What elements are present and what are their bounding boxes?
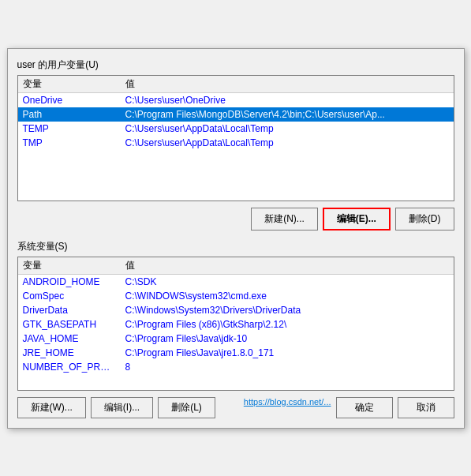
- user-vars-label: user 的用户变量(U): [17, 59, 99, 70]
- var-name-cell: GTK_BASEPATH: [18, 317, 121, 332]
- table-row[interactable]: TEMP C:\Users\user\AppData\Local\Temp: [18, 122, 454, 136]
- var-name-cell: OneDrive: [18, 92, 121, 107]
- var-value-cell: C:\WINDOWS\system32\cmd.exe: [121, 289, 454, 303]
- confirm-buttons-row: https://blog.csdn.net/... 确定 取消: [244, 397, 454, 418]
- ok-button[interactable]: 确定: [336, 397, 393, 418]
- table-row[interactable]: OneDrive C:\Users\user\OneDrive: [18, 92, 454, 107]
- user-delete-button[interactable]: 删除(D): [395, 208, 454, 231]
- table-row[interactable]: Path C:\Program Files\MongoDB\Server\4.2…: [18, 107, 454, 122]
- bottom-row: 新建(W)... 编辑(I)... 删除(L) https://blog.csd…: [17, 397, 454, 418]
- var-value-cell: C:\Program Files\MongoDB\Server\4.2\bin;…: [121, 107, 454, 122]
- var-value-cell: C:\Users\user\AppData\Local\Temp: [121, 122, 454, 136]
- watermark-text: https://blog.csdn.net/...: [244, 397, 331, 418]
- table-row[interactable]: JRE_HOME C:\Program Files\Java\jre1.8.0_…: [18, 346, 454, 360]
- table-row[interactable]: ANDROID_HOME C:\SDK: [18, 274, 454, 289]
- system-delete-button[interactable]: 删除(L): [158, 397, 215, 418]
- system-edit-button[interactable]: 编辑(I)...: [91, 397, 153, 418]
- table-row[interactable]: ComSpec C:\WINDOWS\system32\cmd.exe: [18, 289, 454, 303]
- system-new-button[interactable]: 新建(W)...: [17, 397, 86, 418]
- system-buttons-row: 新建(W)... 编辑(I)... 删除(L): [17, 397, 215, 418]
- system-col-name-header: 变量: [18, 257, 121, 275]
- system-vars-title: 系统变量(S): [17, 240, 454, 253]
- user-vars-table: 变量 值 OneDrive C:\Users\user\OneDrive Pat…: [18, 76, 454, 150]
- var-value-cell: C:\Users\user\OneDrive: [121, 92, 454, 107]
- user-new-button[interactable]: 新建(N)...: [251, 208, 318, 231]
- system-vars-table-container[interactable]: 变量 值 ANDROID_HOME C:\SDK ComSpec C:\WIND…: [17, 257, 454, 391]
- system-col-value-header: 值: [121, 257, 454, 275]
- table-row[interactable]: TMP C:\Users\user\AppData\Local\Temp: [18, 136, 454, 150]
- environment-variables-dialog: user 的用户变量(U) 变量 值 OneDrive C:\Users\use…: [7, 48, 465, 429]
- var-value-cell: C:\Program Files (x86)\GtkSharp\2.12\: [121, 317, 454, 332]
- user-buttons-row: 新建(N)... 编辑(E)... 删除(D): [17, 208, 454, 231]
- var-value-cell: 8: [121, 360, 454, 374]
- var-name-cell: TEMP: [18, 122, 121, 136]
- table-row[interactable]: JAVA_HOME C:\Program Files\Java\jdk-10: [18, 332, 454, 346]
- var-name-cell: ComSpec: [18, 289, 121, 303]
- user-vars-title: user 的用户变量(U): [17, 58, 454, 72]
- table-row[interactable]: GTK_BASEPATH C:\Program Files (x86)\GtkS…: [18, 317, 454, 332]
- user-vars-table-container[interactable]: 变量 值 OneDrive C:\Users\user\OneDrive Pat…: [17, 75, 454, 201]
- var-name-cell: NUMBER_OF_PROCESSORS: [18, 360, 121, 374]
- var-name-cell: ANDROID_HOME: [18, 274, 121, 289]
- var-value-cell: C:\Users\user\AppData\Local\Temp: [121, 136, 454, 150]
- var-name-cell: DriverData: [18, 303, 121, 317]
- table-row[interactable]: DriverData C:\Windows\System32\Drivers\D…: [18, 303, 454, 317]
- system-vars-table: 变量 值 ANDROID_HOME C:\SDK ComSpec C:\WIND…: [18, 257, 454, 374]
- var-value-cell: C:\Windows\System32\Drivers\DriverData: [121, 303, 454, 317]
- var-name-cell: Path: [18, 107, 121, 122]
- var-name-cell: TMP: [18, 136, 121, 150]
- system-vars-label: 系统变量(S): [17, 241, 68, 252]
- user-col-value-header: 值: [121, 76, 454, 93]
- var-name-cell: JAVA_HOME: [18, 332, 121, 346]
- var-value-cell: C:\Program Files\Java\jre1.8.0_171: [121, 346, 454, 360]
- user-edit-button[interactable]: 编辑(E)...: [323, 208, 391, 231]
- var-value-cell: C:\Program Files\Java\jdk-10: [121, 332, 454, 346]
- var-name-cell: JRE_HOME: [18, 346, 121, 360]
- var-value-cell: C:\SDK: [121, 274, 454, 289]
- user-col-name-header: 变量: [18, 76, 121, 93]
- table-row[interactable]: NUMBER_OF_PROCESSORS 8: [18, 360, 454, 374]
- cancel-button[interactable]: 取消: [398, 397, 454, 418]
